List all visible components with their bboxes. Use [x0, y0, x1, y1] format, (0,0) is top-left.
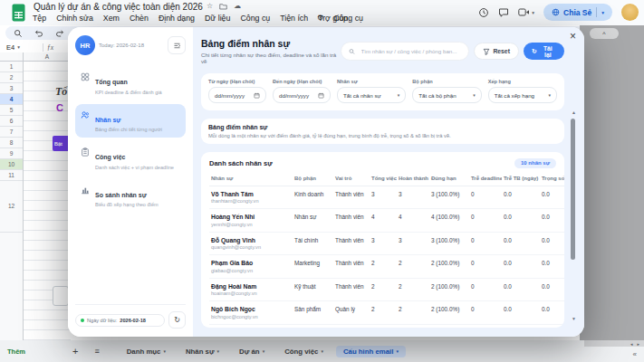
sheet-tab-caret-icon[interactable]: ▾ [217, 348, 220, 354]
collapse-sidebar-button[interactable] [168, 36, 186, 54]
cell-weight: 0.0 [540, 209, 564, 233]
table-row[interactable]: Đỗ Quang Vinhquangvinh@congty.vn Tài chí… [209, 232, 564, 255]
star-icon[interactable]: ☆ [207, 2, 213, 10]
chevron-down-icon: ▾ [548, 92, 551, 98]
person-select[interactable]: Tất cả nhân sự ▾ [337, 87, 406, 103]
dialog-scroll-down-icon[interactable]: ▼ [572, 317, 576, 321]
row-header[interactable]: 6 [0, 116, 23, 127]
cloud-status-icon[interactable]: ☁ [234, 2, 241, 10]
account-avatar[interactable] [621, 4, 639, 21]
row-header[interactable]: 8 [0, 138, 23, 148]
name-box[interactable]: E4 ▾ [0, 43, 39, 52]
all-sheets-icon[interactable]: ≡ [94, 347, 99, 356]
sheet-tab[interactable]: Danh mục ▾ [120, 346, 173, 357]
menu-item[interactable]: Công cụ [240, 14, 270, 23]
add-sheet-icon[interactable]: + [72, 346, 78, 357]
document-title[interactable]: Quản lý dự án & công việc toàn diện 2026 [34, 2, 203, 12]
sidebar-refresh-button[interactable]: ↻ [168, 311, 186, 329]
rank-select[interactable]: Tất cả xếp hạng ▾ [488, 87, 557, 103]
employee-email: quangvinh@congty.vn [211, 244, 291, 250]
column-header-a[interactable]: A [24, 52, 71, 62]
calendar-icon [318, 92, 324, 99]
toolbar-search-icon[interactable] [14, 29, 23, 38]
sidebar-item-personnel[interactable]: Nhân sựBảng điểm chi tiết từng người [75, 104, 186, 138]
row-header[interactable]: 4 [0, 94, 23, 105]
cell-late: 0 [469, 278, 502, 301]
scroll-left-icon[interactable]: ◂ [630, 341, 633, 347]
sheet-tab-caret-icon[interactable]: ▾ [396, 348, 399, 354]
close-icon[interactable]: × [570, 31, 576, 42]
dialog-scroll-up-icon[interactable]: ▲ [572, 110, 576, 115]
sheet-tab[interactable]: Cấu hình email ▾ [336, 346, 406, 357]
row-header[interactable]: 5 [0, 105, 23, 116]
row-header[interactable]: 12 [0, 181, 23, 233]
filter-bar: Từ ngày (Hạn chót) dd/mm/yyyy Đến ngày (… [201, 73, 564, 110]
cell-dept: Marketing [293, 255, 333, 279]
share-menu-caret-icon[interactable]: ▾ [601, 10, 604, 15]
search-icon [349, 48, 355, 55]
horizontal-scrollbar[interactable]: ◂ ▸ [584, 340, 644, 347]
table-row[interactable]: Võ Thanh Tâmthanhtam@congty.vn Kinh doan… [209, 186, 564, 209]
search-field[interactable] [341, 42, 469, 61]
scroll-right-icon[interactable]: ▸ [637, 341, 639, 347]
table-row[interactable]: Ngô Bích Ngọcbichngoc@congty.vn Sản phẩm… [209, 301, 564, 325]
hide-side-panel-icon[interactable]: « [633, 350, 637, 358]
custom-menu[interactable]: ⚙ Công cụ [317, 14, 363, 23]
menu-item[interactable]: Chỉnh sửa [56, 14, 93, 23]
undo-icon[interactable] [34, 29, 43, 38]
row-header[interactable]: 11 [0, 170, 23, 181]
menu-item[interactable]: Tiện ích [280, 14, 308, 23]
date-from-input[interactable]: dd/mm/yyyy [208, 87, 266, 103]
row-header[interactable]: 9 [0, 148, 23, 159]
table-row[interactable]: Hoàng Yến Nhiyennhi@congty.vn Nhân sự Th… [209, 209, 564, 233]
filter-icon [483, 48, 490, 55]
date-to-input[interactable]: dd/mm/yyyy [273, 87, 331, 103]
reset-button[interactable]: Reset [474, 43, 519, 60]
menu-item[interactable]: Tệp [33, 14, 46, 23]
sheet-tab[interactable]: Nhân sự ▾ [178, 346, 226, 357]
search-input[interactable] [360, 47, 462, 55]
row-header[interactable]: 2 [0, 72, 23, 83]
redo-icon[interactable] [55, 29, 64, 38]
chevron-down-icon[interactable]: ▾ [532, 10, 534, 15]
sheet-tab[interactable]: Công việc ▾ [277, 346, 331, 357]
them-label[interactable]: Thêm [7, 348, 25, 356]
table-row[interactable]: Phạm Gia Bảogiabao@congty.vn Marketing T… [209, 255, 564, 279]
sheet-tab-caret-icon[interactable]: ▾ [321, 348, 323, 354]
row-header[interactable]: 10 [0, 159, 23, 170]
menu-bar: TệpChỉnh sửaXemChènĐịnh dạngDữ liệuCông … [33, 14, 348, 23]
sheet-tab[interactable]: Dự án ▾ [232, 346, 272, 357]
select-all-corner[interactable] [0, 52, 24, 62]
sheet-cell-purple-fragment: C [56, 102, 63, 113]
table-row[interactable]: Bùi Đức Longduclong@congty.vn Kỹ thuật T… [209, 324, 564, 328]
sidebar-item-overview[interactable]: Tổng quanKPI deadline & điểm đánh giá [75, 66, 186, 100]
chevron-down-icon: ▾ [398, 92, 400, 98]
row-header[interactable]: 3 [0, 83, 23, 94]
name-box-caret-icon[interactable]: ▾ [17, 44, 20, 50]
data-date-pill: Ngày dữ liệu: 2026-02-18 [75, 314, 165, 327]
sidebar-item-tasks[interactable]: Công việcDanh sách việc + vi phạm deadli… [75, 141, 186, 176]
menu-item[interactable]: Chèn [130, 14, 149, 23]
meet-button[interactable]: ▾ [518, 7, 534, 17]
row-header[interactable]: 1 [0, 62, 23, 72]
sheets-logo-icon[interactable] [12, 4, 25, 22]
sheet-tab-caret-icon[interactable]: ▾ [163, 348, 166, 354]
sidebar-item-compare[interactable]: So sánh nhân sựBiểu đồ xếp hạng theo điể… [75, 179, 186, 214]
dialog-scrollbar-thumb[interactable] [571, 119, 575, 260]
reload-button[interactable]: ↻ Tải lại [524, 43, 564, 60]
share-button[interactable]: Chia Sẻ ▾ [543, 4, 612, 21]
menu-item[interactable]: Xem [103, 14, 120, 23]
history-icon[interactable] [478, 7, 489, 18]
move-folder-icon[interactable] [219, 3, 227, 10]
table-row[interactable]: Đặng Hoài Namhoainam@congty.vn Kỹ thuật … [209, 278, 564, 301]
collapse-toolbar-button[interactable]: ^ [590, 28, 619, 39]
dept-select[interactable]: Tất cả bộ phận ▾ [412, 87, 481, 103]
menu-item[interactable]: Định dạng [159, 14, 195, 23]
sheet-tab-caret-icon[interactable]: ▾ [263, 348, 265, 354]
cell-role: Thành viên [333, 232, 370, 255]
row-header[interactable]: 7 [0, 127, 23, 138]
row-headers[interactable]: 123456789101112 [0, 62, 24, 340]
menu-item[interactable]: Dữ liệu [205, 14, 230, 23]
globe-icon [552, 8, 560, 16]
comment-icon[interactable] [498, 7, 509, 18]
